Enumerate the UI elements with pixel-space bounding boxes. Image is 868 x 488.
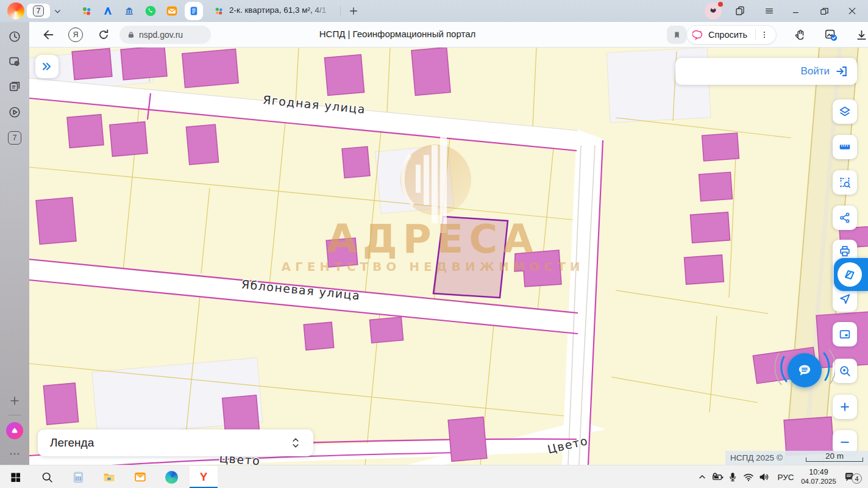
map-viewport[interactable]: АДРЕСА АГЕНТСТВО НЕДВИЖИМОСТИ Ягодная ул… — [29, 48, 868, 465]
active-tab-title[interactable]: 2-к. квартира, 61,3 м², 4/1 — [229, 5, 334, 15]
active-draw-tool-callout[interactable] — [834, 258, 868, 291]
ask-more-icon[interactable] — [760, 30, 769, 39]
ask-label: Спросить — [708, 30, 747, 40]
tray-clock[interactable]: 10:49 04.07.2025 — [800, 467, 838, 486]
url-text: nspd.gov.ru — [139, 30, 183, 40]
share-button[interactable] — [833, 206, 857, 230]
bookmark-flag-icon[interactable] — [667, 26, 686, 44]
print-button[interactable] — [838, 245, 852, 258]
draw-tool-circle — [838, 262, 862, 287]
tab-counter-button[interactable]: 7 — [27, 4, 50, 18]
sidebar-add-icon[interactable] — [7, 393, 22, 408]
back-button[interactable] — [41, 27, 56, 42]
search-place-button[interactable] — [833, 359, 857, 383]
ruler-icon — [838, 140, 852, 154]
ask-divider — [755, 29, 756, 40]
layers-button[interactable] — [833, 99, 857, 124]
alice-assistant-icon[interactable] — [6, 422, 23, 439]
locate-button[interactable] — [838, 292, 852, 306]
pinned-tab-building-icon[interactable] — [122, 4, 137, 18]
windows-taskbar: Y РУС 10:49 04.07.2025 4 — [0, 465, 868, 488]
news-feed-icon[interactable] — [7, 79, 22, 94]
chat-assistant-button[interactable] — [788, 353, 822, 387]
file-explorer-icon[interactable] — [102, 470, 116, 484]
browser-menu-icon[interactable] — [763, 5, 775, 17]
taskbar-search-icon[interactable] — [40, 470, 54, 484]
plus-icon — [839, 401, 851, 413]
legend-collapse-icon[interactable] — [290, 436, 301, 450]
legend-label: Легенда — [50, 436, 94, 450]
minus-icon — [839, 436, 851, 448]
address-bar[interactable]: nspd.gov.ru — [119, 26, 211, 44]
battery-icon[interactable] — [711, 470, 725, 484]
expand-panel-button[interactable] — [35, 55, 59, 78]
pinned-tab-mail-icon[interactable] — [165, 4, 179, 18]
browser-side-panel: 7 — [0, 22, 29, 465]
area-search-button[interactable] — [833, 170, 857, 195]
ask-chat-icon — [692, 29, 704, 41]
login-icon — [835, 65, 848, 78]
page-title: НСПД | Геоинформационный портал — [319, 29, 475, 39]
scale-bar: 20 m — [806, 453, 863, 463]
login-label[interactable]: Войти — [800, 65, 830, 77]
share-icon — [839, 212, 851, 224]
measure-button[interactable] — [833, 135, 857, 159]
tab-counter-value: 7 — [33, 5, 44, 16]
double-chevron-right-icon — [41, 60, 53, 73]
edge-browser-icon[interactable] — [164, 470, 179, 484]
ask-ai-button[interactable]: Спросить — [686, 25, 777, 45]
search-place-icon — [838, 364, 852, 378]
login-panel[interactable]: Войти — [675, 58, 857, 85]
yandex-search-icon[interactable]: Я — [68, 27, 83, 42]
tray-date: 04.07.2025 — [800, 477, 838, 486]
new-tab-button[interactable] — [347, 5, 360, 17]
tab-separator — [340, 6, 341, 16]
scale-line — [806, 458, 863, 462]
history-clock-icon[interactable] — [7, 29, 22, 44]
window-close-button[interactable] — [846, 5, 858, 17]
browser-toolbar: Я nspd.gov.ru НСПД | Геоинформационный п… — [29, 22, 868, 48]
window-maximize-button[interactable] — [818, 5, 830, 17]
zoom-in-button[interactable] — [833, 395, 857, 419]
browser-logo-icon — [7, 2, 24, 20]
tab-list-chevron-icon[interactable] — [54, 7, 62, 15]
sidebar-more-icon[interactable] — [7, 447, 22, 461]
refresh-button[interactable] — [96, 27, 111, 42]
wifi-icon[interactable] — [741, 470, 756, 484]
video-play-icon[interactable] — [7, 105, 22, 120]
download-icon[interactable] — [853, 27, 868, 43]
area-search-icon — [838, 176, 852, 189]
sidebar-divider — [9, 415, 21, 415]
pinned-tab-yandex-services-icon[interactable] — [79, 4, 94, 18]
tray-time: 10:49 — [800, 467, 838, 477]
extension-hand-icon[interactable] — [792, 27, 808, 43]
overview-map-button[interactable] — [833, 322, 857, 346]
pinned-tab-whatsapp-icon[interactable] — [143, 4, 158, 18]
pinned-tab-a-icon[interactable] — [101, 4, 115, 18]
yandex-browser-taskbar-icon[interactable]: Y — [196, 470, 211, 484]
pinned-tab-docs-active[interactable] — [185, 2, 203, 20]
start-button[interactable] — [8, 470, 23, 484]
calculator-app-icon[interactable] — [71, 470, 85, 484]
overview-map-icon — [838, 328, 852, 341]
sidebar-tab-count: 7 — [8, 131, 21, 145]
image-translate-icon[interactable] — [823, 27, 839, 43]
print-icon — [838, 245, 852, 258]
chat-bubble-icon — [794, 360, 815, 381]
notification-count-badge: 4 — [852, 473, 862, 484]
speaker-icon[interactable] — [757, 470, 772, 484]
tab-count-square-icon[interactable]: 7 — [7, 131, 22, 145]
watermark-title: АДРЕСА — [327, 217, 539, 262]
attribution-text: НСПД 2025 © — [730, 453, 783, 462]
legend-panel[interactable]: Легенда — [38, 429, 313, 456]
language-indicator[interactable]: РУС — [775, 470, 796, 484]
cadastral-map-svg[interactable]: АДРЕСА АГЕНТСТВО НЕДВИЖИМОСТИ Ягодная ул… — [29, 48, 868, 465]
microphone-icon[interactable] — [725, 470, 740, 484]
side-panels-icon[interactable] — [734, 5, 746, 17]
mail-app-icon[interactable] — [133, 470, 148, 484]
layers-icon — [838, 105, 852, 118]
window-minimize-button[interactable] — [790, 5, 802, 17]
screenshot-icon[interactable] — [7, 54, 22, 69]
yandex-y-logo: Y — [200, 470, 208, 484]
tray-chevron-icon[interactable] — [695, 470, 710, 484]
